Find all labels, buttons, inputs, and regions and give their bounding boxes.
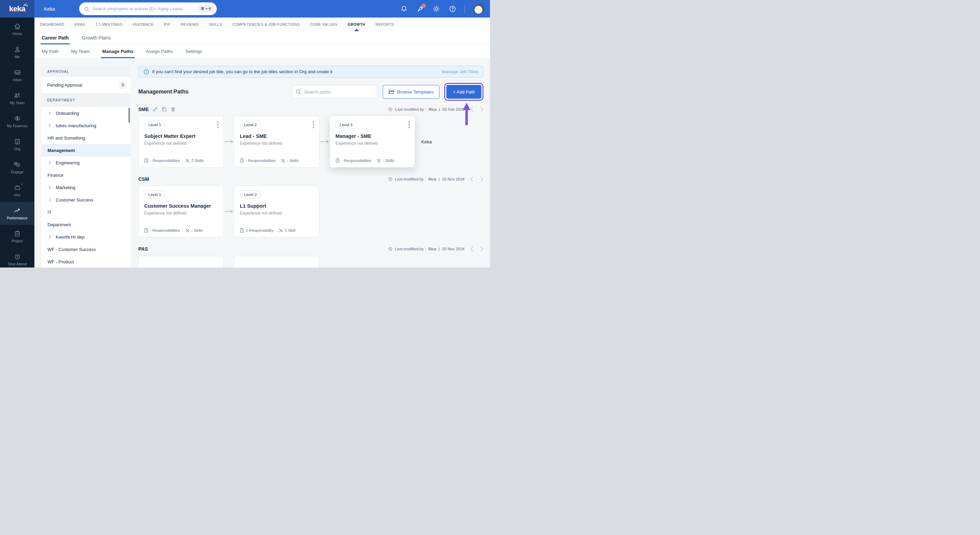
card-menu-icon[interactable] [312,121,315,130]
subtab-growth-plans[interactable]: Growth Plans [82,31,111,44]
card-title: Manager - SME [336,133,409,139]
manage-paths-main: If you can't find your desired job title… [138,66,484,268]
sidebar-item-project[interactable]: Project [0,225,34,248]
pending-approval-count: 0 [119,81,127,89]
section-header: CSM Last modified by : Rica | 25 Nov 202… [138,176,484,182]
skills-icon [279,228,283,233]
department-scrollbar[interactable] [128,108,130,123]
keka-logo[interactable]: keka [0,0,34,17]
department-item-department[interactable]: Department [41,218,131,231]
tab-reports[interactable]: REPORTS [375,17,394,31]
tab-feedback[interactable]: FEEDBACK [133,17,154,31]
tab-assign-paths[interactable]: Assign Paths [146,45,173,58]
manage-job-titles-link[interactable]: Manage Job Titles [442,69,478,74]
level-card[interactable] [138,256,224,268]
level-badge: Level 2 [240,191,261,199]
sidebar-item-org[interactable]: Org [0,133,34,156]
add-path-button[interactable]: + Add Path [446,85,481,99]
app-window: keka Keka ⌘ + K [0,0,490,268]
card-menu-icon[interactable] [408,121,410,130]
sidebar-item-my-team[interactable]: My Team [0,87,34,110]
tab-my-team[interactable]: My Team [71,45,90,58]
sidebar-item-home[interactable]: Home [0,17,34,41]
carousel-prev-icon[interactable] [470,106,474,112]
level-card[interactable]: Level 2 L1 Support Experience not define… [234,186,319,237]
level-card[interactable]: Level 1 Subject Matter Expert Experience… [138,116,224,167]
sidebar-item-performance[interactable]: Performance [0,202,34,225]
level-card[interactable]: Level 3 Manager - SME Experience not def… [330,116,415,167]
sidebar-item-me[interactable]: Me [0,41,34,64]
building-icon [14,138,21,145]
sidebar-item-my-finances[interactable]: My Finances [0,110,34,133]
edit-pencil-icon[interactable] [153,107,158,112]
whats-new-rocket-icon[interactable] [416,5,424,13]
card-experience: Experience not defined [240,211,313,216]
help-icon[interactable] [449,5,457,13]
browse-templates-button[interactable]: Browse Templates [383,85,439,99]
carousel-controls [470,106,484,112]
skills-info: 2 Skills [185,159,204,163]
department-item-hr-and-something[interactable]: HR and Something [41,132,131,144]
sidebar-item-hire[interactable]: Hire [0,179,34,202]
department-item-engineering[interactable]: Engineering [41,156,131,169]
tab-kras[interactable]: KRAS [75,17,85,31]
department-item-wf-customer-success[interactable]: WF - Customer Success [41,243,131,256]
department-item-onboarding[interactable]: Onboarding [41,107,131,119]
pending-approval-item[interactable]: Pending Approval 0 [41,77,131,93]
sidebar-item-inbox[interactable]: Inbox [0,64,34,87]
subtab-career-path[interactable]: Career Path [41,31,69,44]
search-paths-input[interactable] [304,89,373,95]
department-item-it[interactable]: IT [41,206,131,218]
card-menu-icon[interactable] [216,121,219,130]
notifications-bell-icon[interactable] [400,5,408,13]
sidebar-item-time-attend[interactable]: Time Attend [0,248,34,268]
tab-dashboard[interactable]: DASHBOARD [40,17,64,31]
section-tools [153,107,175,112]
department-item-tubes-manufacturing[interactable]: tubes manufacturing [41,119,131,132]
tab-skills[interactable]: SKILLS [209,17,222,31]
tab-reviews[interactable]: REVIEWS [181,17,199,31]
carousel-prev-icon[interactable] [470,176,474,182]
department-item-marketing[interactable]: Marketing [41,181,131,194]
tab-pip[interactable]: PIP [164,17,170,31]
chevron-right-icon [48,235,56,239]
copy-icon[interactable] [162,107,167,112]
carousel-next-icon[interactable] [480,176,484,182]
tab-manage-paths[interactable]: Manage Paths [102,45,134,58]
tab-growth[interactable]: GROWTH [348,17,365,31]
search-icon [84,6,89,12]
avatar[interactable] [473,3,484,14]
global-search-input[interactable] [92,6,198,11]
card-title: Lead - SME [240,133,313,139]
department-item-customer-success[interactable]: Customer Success [41,194,131,206]
tab-my-path[interactable]: My Path [41,45,59,58]
department-item-finance[interactable]: Finance [41,169,131,181]
tab-competencies-job-functions[interactable]: COMPETENCIES & JOB FUNCTIONS [232,17,300,31]
search-paths[interactable] [292,85,377,99]
tab-settings[interactable]: Settings [186,45,202,58]
engage-chat-icon [13,161,21,168]
department-item-wf-product[interactable]: WF - Product [41,256,131,268]
carousel-controls [470,246,484,252]
level-card[interactable]: Level 2 Lead - SME Experience not define… [234,116,319,167]
tab-1-1-meetings[interactable]: 1:1 MEETINGS [95,17,123,31]
inbox-icon [14,69,21,76]
global-search[interactable]: ⌘ + K [79,2,217,15]
carousel-next-icon[interactable] [480,246,484,252]
department-item-keerthi-hr-dep[interactable]: Keerthi Hr dep [41,231,131,243]
level-card[interactable]: Level 1 Customer Success Manager Experie… [138,186,224,237]
settings-gear-icon[interactable] [432,5,441,13]
delete-trash-icon[interactable] [171,107,175,112]
paths-toolbar: Management Paths Browse Templates + Add … [138,84,484,99]
level-card[interactable] [234,256,319,268]
sidebar: Home Me Inbox My Team My Finances Org En… [0,17,34,268]
department-section-header: DEPARTMENT [41,93,131,107]
tab-core-values[interactable]: CORE VALUES [310,17,337,31]
chevron-right-icon [48,160,56,165]
carousel-prev-icon[interactable] [470,246,474,252]
history-icon [388,107,393,112]
carousel-next-icon[interactable] [480,106,484,112]
topbar: keka Keka ⌘ + K [0,0,490,17]
department-item-management[interactable]: Management [41,144,131,156]
sidebar-item-engage[interactable]: Engage [0,156,34,179]
